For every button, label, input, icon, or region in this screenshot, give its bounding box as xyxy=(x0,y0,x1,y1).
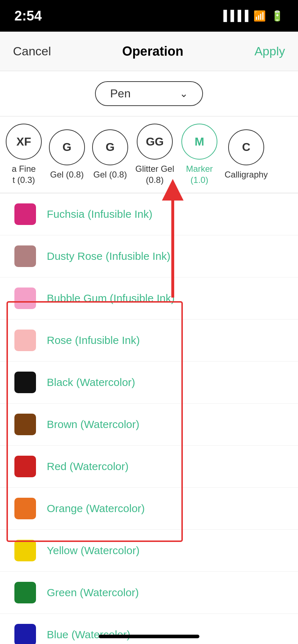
tool-circle-glitter: GG xyxy=(137,124,173,160)
status-icons: ▐▐▐▐ 📶 🔋 xyxy=(220,10,284,22)
pen-selector-container: Pen ⌄ xyxy=(0,71,298,116)
color-swatch xyxy=(14,203,36,225)
tool-label-gel1: Gel (0.8) xyxy=(50,169,83,180)
color-item[interactable]: Blue (Watercolor) xyxy=(0,614,298,644)
tool-circle-marker: M xyxy=(181,124,217,160)
battery-icon: 🔋 xyxy=(271,10,284,22)
color-item[interactable]: Brown (Watercolor) xyxy=(0,404,298,446)
header: Cancel Operation Apply xyxy=(0,32,298,71)
signal-icon: ▐▐▐▐ xyxy=(220,10,248,22)
color-name: Fuchsia (Infusible Ink) xyxy=(47,208,152,220)
color-name: Yellow (Watercolor) xyxy=(47,544,140,557)
color-item[interactable]: Orange (Watercolor) xyxy=(0,488,298,530)
color-item[interactable]: Black (Watercolor) xyxy=(0,362,298,404)
tool-item-marker[interactable]: MMarker (1.0) xyxy=(181,124,217,185)
tool-item-glitter[interactable]: GGGlitter Gel (0.8) xyxy=(135,124,174,185)
color-list: Fuchsia (Infusible Ink)Dusty Rose (Infus… xyxy=(0,193,298,644)
tool-circle-gel2: G xyxy=(92,129,128,165)
color-swatch xyxy=(14,540,36,561)
color-swatch xyxy=(14,582,36,603)
tool-item-calligraphy[interactable]: CCalligraphy xyxy=(225,129,268,180)
home-indicator xyxy=(99,635,199,638)
color-name: Red (Watercolor) xyxy=(47,460,128,473)
color-name: Green (Watercolor) xyxy=(47,586,139,599)
color-swatch xyxy=(14,456,36,477)
color-item[interactable]: Bubble Gum (Infusible Ink) xyxy=(0,277,298,319)
pen-selector-label: Pen xyxy=(110,87,131,100)
color-swatch xyxy=(14,288,36,309)
color-swatch xyxy=(14,330,36,351)
color-name: Bubble Gum (Infusible Ink) xyxy=(47,292,175,304)
color-item[interactable]: Dusty Rose (Infusible Ink) xyxy=(0,235,298,277)
header-title: Operation xyxy=(122,44,183,59)
tools-row: XFa Fine t (0.3)GGel (0.8)GGel (0.8)GGGl… xyxy=(0,116,298,193)
color-name: Orange (Watercolor) xyxy=(47,502,145,515)
color-item[interactable]: Green (Watercolor) xyxy=(0,572,298,614)
color-name: Brown (Watercolor) xyxy=(47,418,139,431)
main-content: Pen ⌄ XFa Fine t (0.3)GGel (0.8)GGel (0.… xyxy=(0,71,298,644)
tool-item-xf[interactable]: XFa Fine t (0.3) xyxy=(6,124,42,185)
color-swatch xyxy=(14,624,36,644)
color-swatch xyxy=(14,245,36,267)
tool-circle-xf: XF xyxy=(6,124,42,160)
color-item[interactable]: Yellow (Watercolor) xyxy=(0,530,298,572)
pen-selector-dropdown[interactable]: Pen ⌄ xyxy=(95,81,203,106)
tool-item-gel1[interactable]: GGel (0.8) xyxy=(49,129,85,180)
apply-button[interactable]: Apply xyxy=(254,44,285,58)
color-name: Black (Watercolor) xyxy=(47,376,135,388)
color-item[interactable]: Red (Watercolor) xyxy=(0,446,298,488)
color-swatch xyxy=(14,414,36,435)
wifi-icon: 📶 xyxy=(253,10,266,22)
status-time: 2:54 xyxy=(14,8,42,24)
tool-label-xf: a Fine t (0.3) xyxy=(12,163,36,185)
chevron-down-icon: ⌄ xyxy=(180,88,188,100)
color-name: Dusty Rose (Infusible Ink) xyxy=(47,250,170,262)
color-item[interactable]: Fuchsia (Infusible Ink) xyxy=(0,193,298,235)
cancel-button[interactable]: Cancel xyxy=(13,44,51,58)
tool-item-gel2[interactable]: GGel (0.8) xyxy=(92,129,128,180)
status-bar: 2:54 ▐▐▐▐ 📶 🔋 xyxy=(0,0,298,32)
color-swatch xyxy=(14,372,36,393)
tool-label-gel2: Gel (0.8) xyxy=(93,169,127,180)
tool-circle-gel1: G xyxy=(49,129,85,165)
color-swatch xyxy=(14,498,36,519)
tool-label-glitter: Glitter Gel (0.8) xyxy=(135,163,174,185)
tool-label-marker: Marker (1.0) xyxy=(186,163,213,185)
color-item[interactable]: Rose (Infusible Ink) xyxy=(0,319,298,362)
color-name: Rose (Infusible Ink) xyxy=(47,334,140,346)
tool-label-calligraphy: Calligraphy xyxy=(225,169,268,180)
tool-circle-calligraphy: C xyxy=(228,129,264,165)
